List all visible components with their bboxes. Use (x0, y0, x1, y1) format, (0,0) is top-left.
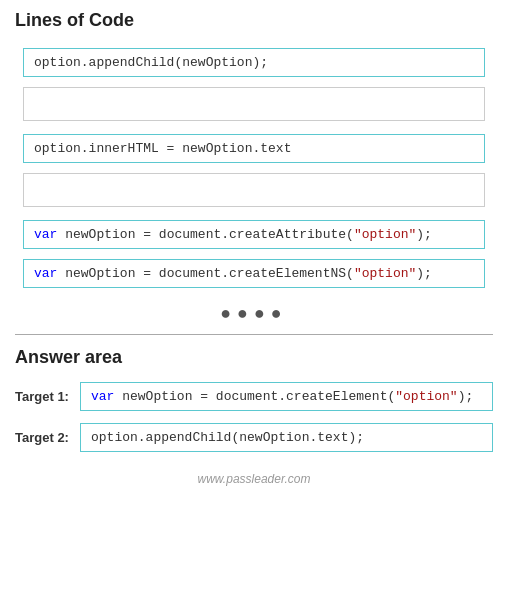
code-suffix: ); (416, 227, 432, 242)
list-item: option.innerHTML = newOption.text (15, 129, 493, 168)
keyword: var (34, 266, 57, 281)
keyword: var (91, 389, 114, 404)
list-item (15, 168, 493, 215)
list-item: option.appendChild(newOption); (15, 43, 493, 82)
string-value: "option" (395, 389, 457, 404)
section-divider (15, 334, 493, 335)
code-text: newOption = document.createElementNS( (65, 266, 354, 281)
code-suffix: ); (458, 389, 474, 404)
target-1-row: Target 1: var newOption = document.creat… (15, 382, 493, 411)
keyword: var (34, 227, 57, 242)
code-line-4-empty[interactable] (23, 173, 485, 207)
answer-area-section: Answer area Target 1: var newOption = do… (15, 347, 493, 452)
dots-indicator: ●●●● (15, 303, 493, 324)
target-1-answer[interactable]: var newOption = document.createElement("… (80, 382, 493, 411)
code-text: newOption = document.createElement( (122, 389, 395, 404)
code-line-2-empty[interactable] (23, 87, 485, 121)
target-2-answer[interactable]: option.appendChild(newOption.text); (80, 423, 493, 452)
target-2-row: Target 2: option.appendChild(newOption.t… (15, 423, 493, 452)
answer-section-title: Answer area (15, 347, 493, 368)
list-item (15, 82, 493, 129)
string-value: "option" (354, 266, 416, 281)
code-text: newOption = document.createAttribute( (65, 227, 354, 242)
code-line-1[interactable]: option.appendChild(newOption); (23, 48, 485, 77)
target-1-label: Target 1: (15, 389, 80, 404)
lines-section-title: Lines of Code (15, 10, 493, 31)
list-item: var newOption = document.createAttribute… (15, 215, 493, 254)
watermark: www.passleader.com (15, 472, 493, 486)
string-value: "option" (354, 227, 416, 242)
code-suffix: ); (416, 266, 432, 281)
code-line-6[interactable]: var newOption = document.createElementNS… (23, 259, 485, 288)
code-line-3[interactable]: option.innerHTML = newOption.text (23, 134, 485, 163)
list-item: var newOption = document.createElementNS… (15, 254, 493, 293)
code-line-5[interactable]: var newOption = document.createAttribute… (23, 220, 485, 249)
target-2-label: Target 2: (15, 430, 80, 445)
lines-of-code-section: Lines of Code option.appendChild(newOpti… (15, 10, 493, 324)
